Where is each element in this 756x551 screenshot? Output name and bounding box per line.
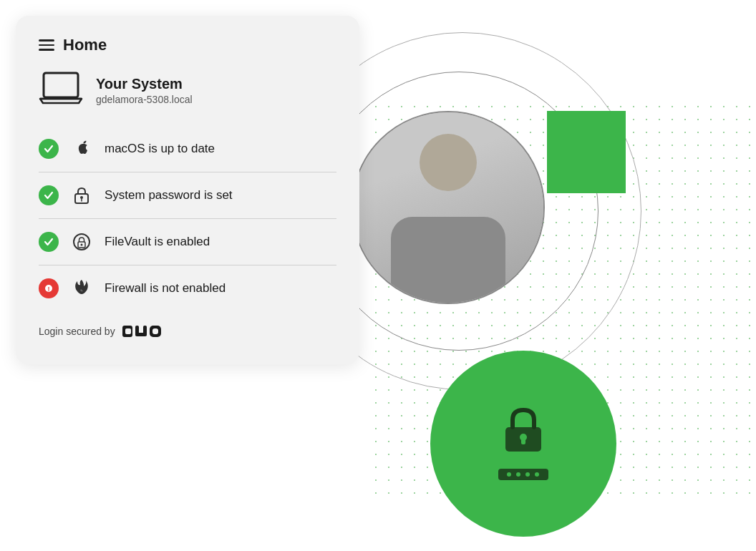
apple-icon (72, 140, 92, 158)
svg-point-7 (535, 472, 539, 477)
main-card: Home Your System gdelamora-5308.local (16, 16, 359, 364)
filevault-icon (72, 232, 92, 252)
duo-logo (121, 321, 173, 341)
login-footer: Login secured by (39, 321, 336, 341)
status-badge-firewall: ! (39, 278, 59, 298)
lock-icon (498, 404, 548, 454)
status-badge-password (39, 185, 59, 205)
system-details: Your System gdelamora-5308.local (96, 76, 193, 105)
password-status-label: System password is set (105, 188, 233, 203)
lock-circle-decoration (430, 351, 616, 537)
person-head (420, 134, 477, 191)
login-secured-text: Login secured by (39, 326, 115, 337)
system-hostname-label: gdelamora-5308.local (96, 94, 193, 105)
svg-rect-2 (521, 439, 525, 444)
svg-rect-22 (135, 333, 147, 336)
firewall-status-label: Firewall is not enabled (105, 281, 226, 296)
hamburger-menu-icon[interactable] (39, 39, 54, 51)
svg-point-5 (516, 472, 520, 477)
system-info-row: Your System gdelamora-5308.local (39, 70, 336, 110)
laptop-icon (39, 70, 83, 110)
svg-point-4 (507, 472, 511, 477)
person-image (353, 112, 543, 303)
status-list: macOS is up to date System password is s… (39, 130, 336, 307)
page-title: Home (63, 36, 107, 54)
fire-icon (72, 278, 92, 298)
status-badge-macos (39, 139, 59, 159)
password-lock-icon (72, 185, 92, 205)
card-header: Home (39, 36, 336, 54)
person-body (391, 217, 505, 303)
macos-status-label: macOS is up to date (105, 142, 215, 156)
svg-text:!: ! (48, 286, 50, 293)
svg-rect-8 (44, 73, 78, 97)
person-photo-circle (352, 111, 545, 304)
system-name-label: Your System (96, 76, 193, 92)
svg-rect-3 (498, 469, 548, 480)
status-item-filevault: FileVault is enabled (39, 223, 336, 260)
green-rectangle-decoration (547, 111, 626, 193)
status-item-macos: macOS is up to date (39, 130, 336, 167)
router-icon (495, 462, 552, 483)
svg-point-6 (525, 472, 530, 477)
svg-rect-19 (125, 328, 131, 334)
svg-rect-24 (152, 328, 158, 334)
status-item-password: System password is set (39, 177, 336, 214)
status-badge-filevault (39, 232, 59, 252)
filevault-status-label: FileVault is enabled (105, 235, 210, 249)
svg-point-15 (81, 244, 83, 246)
status-item-firewall: ! Firewall is not enabled (39, 270, 336, 307)
